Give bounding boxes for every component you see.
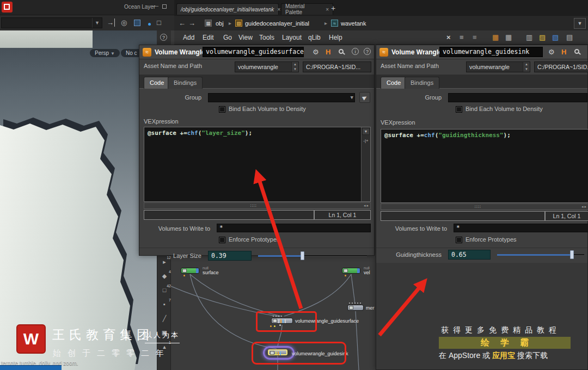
group-label: Group	[376, 94, 445, 101]
panes-icon[interactable]: ▥	[526, 33, 532, 41]
close-icon[interactable]: ×	[277, 7, 280, 13]
node-name-field[interactable]: volumewrangle_guidesink	[439, 47, 543, 57]
close-icon[interactable]: ×	[326, 7, 329, 13]
scroll-arrows-icon[interactable]: ◂ ▸	[581, 205, 586, 209]
tab-network-path[interactable]: /obj/guidedoceanlayer_initial/wavetank×	[176, 3, 279, 15]
group-field[interactable]	[448, 93, 587, 102]
asset-path-dropdown[interactable]: C:/PROGRA~1/SID...	[534, 61, 588, 72]
left-pane-toolbar: ▼ → ◎ □	[0, 15, 174, 30]
chevron-down-icon[interactable]: ▼	[351, 95, 353, 100]
breadcrumb-wavetank[interactable]: wavetank	[341, 20, 366, 27]
path-dropdown[interactable]: ▼	[574, 18, 586, 29]
grid-accent-icon[interactable]: ▦	[492, 33, 499, 41]
slider-handle[interactable]	[570, 250, 574, 259]
info-icon[interactable]: i	[352, 48, 359, 55]
search-icon[interactable]	[339, 49, 344, 54]
radial-menu-icon[interactable]: ◎	[121, 18, 127, 27]
snapshot-cube-icon[interactable]	[134, 20, 140, 26]
asset-type-dropdown[interactable]: volumewrangle▲▼	[466, 61, 530, 72]
forward-icon[interactable]: →	[188, 19, 195, 27]
watermark-founded: 始创于二零零二年	[53, 348, 170, 359]
maximize-pane-icon[interactable]: □	[157, 18, 161, 27]
help-icon[interactable]: ?	[364, 48, 371, 55]
search-icon[interactable]	[574, 49, 579, 54]
bind-density-checkbox[interactable]	[219, 106, 225, 113]
volumes-field[interactable]: *	[454, 224, 588, 232]
editor-resize-strip[interactable]: ∷∷ ◂ ▸	[381, 203, 588, 210]
tree-list-icon[interactable]: ≡	[460, 33, 464, 41]
menu-go[interactable]: Go	[223, 34, 232, 41]
editor-scroll-column[interactable]: ▼ -|+	[361, 127, 370, 201]
display-flag[interactable]	[357, 268, 360, 273]
node-name-field[interactable]: volumewrangle_guidesurface	[203, 47, 304, 57]
gear-icon[interactable]: ⚙	[313, 48, 319, 56]
font-size-icon[interactable]: -|+	[362, 138, 370, 143]
node-surface[interactable]	[181, 268, 199, 274]
select-group-arrow-icon[interactable]: ▶	[359, 92, 370, 103]
breadcrumb-obj[interactable]: obj	[216, 20, 224, 27]
persp-view-pill[interactable]: Persp ▼	[90, 49, 120, 57]
tab-bindings[interactable]: Bindings	[168, 77, 203, 89]
display-flag[interactable]	[196, 268, 199, 273]
reference-icon[interactable]: ▧	[552, 33, 559, 41]
help-icon[interactable]: ?	[160, 34, 167, 41]
vex-editor[interactable]: @surface +=chf("layer_size"); ▼ -|+	[144, 127, 371, 202]
asset-path-dropdown[interactable]: C:/PROGRA~1/SID...	[303, 61, 371, 72]
editor-resize-strip[interactable]: ∷∷ ◂ ▸	[144, 202, 371, 209]
layer-size-value[interactable]: 0.39	[208, 251, 252, 261]
menu-view[interactable]: View	[238, 34, 253, 41]
new-tab-icon[interactable]: +	[331, 4, 335, 13]
node-vel[interactable]	[342, 268, 360, 274]
printer-icon[interactable]: ▤	[566, 33, 573, 41]
tool-region-icon[interactable]: ▪7	[157, 297, 171, 311]
slider-handle[interactable]	[301, 251, 304, 260]
gear-icon[interactable]: ⚙	[548, 48, 555, 56]
guidingthickness-slider[interactable]	[497, 250, 584, 260]
tab-bindings[interactable]: Bindings	[405, 77, 439, 89]
volumes-field[interactable]: *	[217, 224, 371, 232]
menu-qlib[interactable]: qLib	[308, 34, 321, 41]
layer-size-slider[interactable]	[258, 251, 367, 261]
pin-pane-icon[interactable]: →	[107, 18, 115, 27]
node-merge[interactable]	[347, 305, 364, 311]
camera-select-dropdown[interactable]: ▼	[1, 17, 102, 28]
tool-handles-icon[interactable]: ◆4	[157, 269, 171, 283]
code-area[interactable]: @surface +=chf("guidingthickness");	[381, 130, 588, 202]
vex-editor[interactable]: @surface +=chf("guidingthickness");	[381, 129, 588, 203]
enforce-prototypes-checkbox[interactable]	[456, 237, 462, 243]
bind-density-checkbox[interactable]	[456, 106, 462, 113]
minimize-icon[interactable]: —	[152, 2, 158, 9]
scroll-arrows-icon[interactable]: ◂ ▸	[364, 203, 369, 208]
wangshi-logo: W	[16, 324, 46, 354]
tools-icon[interactable]: ×	[446, 33, 451, 41]
stepper-icon[interactable]: ▲▼	[291, 62, 298, 72]
tab-code[interactable]: Code	[381, 77, 407, 89]
link-dot-icon[interactable]	[148, 23, 151, 26]
houdini-logo-icon: H	[561, 48, 566, 56]
menu-tools[interactable]: Tools	[259, 34, 274, 41]
breadcrumb-guidedoceanlayer[interactable]: guidedoceanlayer_initial	[245, 20, 309, 27]
menu-edit[interactable]: Edit	[203, 34, 214, 41]
expand-editor-icon[interactable]: ▼	[362, 128, 370, 135]
guidingthickness-value[interactable]: 0.65	[448, 250, 491, 260]
tab-code[interactable]: Code	[144, 77, 170, 89]
menu-layout[interactable]: Layout	[282, 34, 302, 41]
group-field[interactable]: ▼	[208, 93, 355, 102]
restore-icon[interactable]	[162, 4, 167, 9]
asset-type-dropdown[interactable]: volumewrangle▲▼	[235, 61, 299, 72]
annotation-rect-guidesurface	[256, 311, 317, 332]
enforce-prototypes-checkbox[interactable]	[219, 237, 225, 243]
folder-icon[interactable]: ▨	[539, 33, 546, 41]
tool-draw-icon[interactable]: ╱	[157, 311, 171, 325]
tab-material-palette[interactable]: Material Palette×	[281, 3, 333, 15]
grid-icon[interactable]: ▦	[505, 33, 512, 41]
code-area[interactable]: @surface +=chf("layer_size");	[144, 127, 361, 201]
scene-viewport[interactable]: Persp ▼ No c ternate tumble, dolly, and …	[0, 30, 157, 370]
tool-box-icon[interactable]: □42	[157, 283, 171, 297]
menu-help[interactable]: Help	[329, 34, 342, 41]
vexpression-label: VEXpression	[381, 119, 415, 126]
menu-add[interactable]: Add	[183, 34, 194, 41]
stepper-icon[interactable]: ▲▼	[523, 62, 530, 72]
list-icon[interactable]: ≡	[473, 33, 477, 41]
back-icon[interactable]: ←	[179, 19, 186, 27]
